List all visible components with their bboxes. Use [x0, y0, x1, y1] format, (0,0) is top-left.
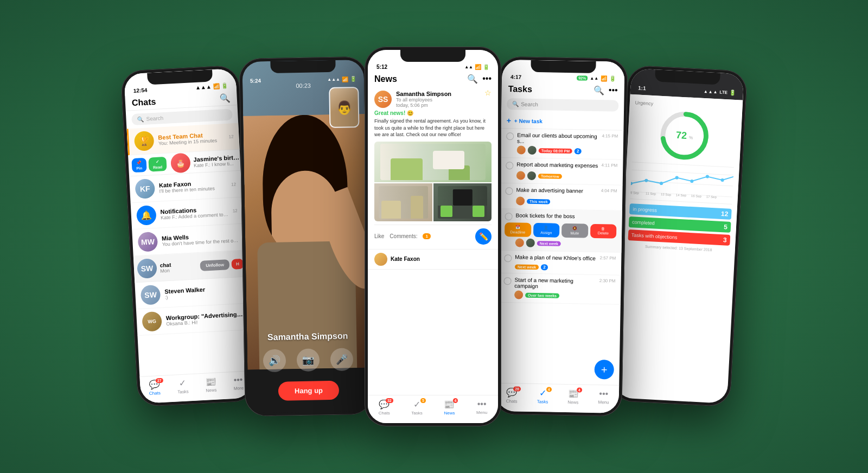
video-off-btn[interactable]: 📷 [297, 348, 320, 372]
tab-chats[interactable]: 💬 Chats 27 [149, 379, 161, 396]
chat-info-swipe: chat Mon [159, 257, 201, 277]
time: 12:54 [133, 87, 148, 93]
battery-icon-2: 🔋 [350, 76, 356, 82]
task-checkbox-6[interactable] [503, 277, 511, 285]
battery-icon-3: 🔋 [483, 64, 489, 70]
tab-more[interactable]: ••• More [233, 375, 244, 391]
office-img-3-inner [438, 186, 487, 219]
swipe-btns: Unfollow H [200, 258, 246, 271]
news-badge-4: 4 [577, 387, 582, 392]
like-btn[interactable]: Like [374, 233, 384, 239]
comments-label: Comments: [390, 233, 417, 239]
phone-2-video: 00:23 👨 Samantha Simpson 🔊 📷 🎤 Hang [239, 56, 373, 417]
task-checkbox-1[interactable] [506, 132, 514, 140]
post-container: ☆ SS Samantha Simpson To all employees t… [374, 91, 492, 138]
hangup-button[interactable]: Hang up [278, 381, 340, 401]
new-task-label: + New task [514, 118, 542, 124]
avatar-mia: MW [138, 232, 158, 252]
svg-line-2 [631, 170, 733, 175]
chats-tab-label: Chats [379, 411, 390, 416]
mute-btn[interactable]: 🎤 [330, 348, 354, 371]
pin-label: Pin [136, 166, 142, 170]
mute-btn-task[interactable]: 🔕 Mute [561, 223, 588, 238]
legend-completed-count: 5 [724, 223, 727, 231]
news-icon: 📰 [205, 376, 216, 387]
tasks-tab-icon: ✓ [413, 399, 420, 410]
task-time-1: 4:15 PM [602, 133, 618, 139]
chat-time-notifications: 12 [233, 208, 238, 213]
avatar-steven: SW [141, 285, 161, 305]
task-item-3[interactable]: Make an advertising banner 4:04 PM This … [500, 183, 623, 211]
legend-objections-count: 3 [723, 236, 727, 244]
search-icon-news[interactable]: 🔍 [467, 74, 478, 84]
add-task-fab[interactable]: + [594, 360, 614, 380]
tab-bar-4: 💬 Chats 28 ✓ Tasks 4 📰 News 4 ••• Menu [496, 383, 619, 413]
news-tab-label: News [444, 411, 455, 416]
task-checkbox-5[interactable] [504, 254, 512, 262]
task-item-1[interactable]: Email our clients about upcoming s... 4:… [501, 129, 624, 160]
task-meta-2: Tomorrow [506, 171, 617, 182]
call-controls: 🔊 📷 🎤 [247, 348, 369, 373]
post-actions: Like Comments: 1 ✏️ [374, 225, 492, 245]
donut-container: 72 % [632, 108, 736, 163]
task-name-5: Make a plan of new Khloe's office [515, 254, 596, 261]
task-item-5[interactable]: Make a plan of new Khloe's office 2:57 P… [499, 251, 622, 276]
star-icon[interactable]: ☆ [484, 88, 492, 97]
time-5: 1:1 [638, 85, 646, 92]
deadline-label: Deadline [510, 230, 525, 234]
status-icons-2: ▲▲▲ 📶 🔋 [327, 76, 356, 82]
tab-menu-3[interactable]: ••• Menu [476, 399, 487, 415]
chat-info-kate: Kate Faxon I'll be there in ten minutes [159, 178, 227, 194]
assign-btn[interactable]: 👤 Assign [533, 223, 559, 238]
wifi-icon-2: 📶 [342, 76, 348, 82]
tab-tasks-3[interactable]: ✓ Tasks 5 [411, 399, 422, 416]
more-icon: ••• [233, 375, 243, 385]
unfollow-btn[interactable]: Unfollow [200, 259, 230, 271]
search-icon[interactable]: 🔍 [219, 93, 231, 104]
search-bar[interactable]: 🔍 Search [131, 108, 233, 125]
tab-chats-4[interactable]: 💬 Chats 28 [506, 387, 518, 404]
phone-3-news: 5:12 ▲▲ 📶 🔋 News 🔍 ••• ☆ [365, 47, 501, 426]
assign-label: Assign [540, 231, 552, 234]
caller-emoji: 👨 [336, 100, 352, 116]
tab-chats-3[interactable]: 💬 Chats 32 [379, 399, 390, 416]
deadline-btn[interactable]: 📅 Deadline [505, 222, 531, 237]
post-author-name: Samantha Simpson [396, 91, 451, 97]
tab-menu-4[interactable]: ••• Menu [598, 389, 609, 405]
task-item-6[interactable]: Start of a new marketing campaign 2:30 P… [498, 273, 621, 305]
task-tag-4: Next week [537, 241, 561, 246]
task-checkbox-3[interactable] [505, 187, 513, 195]
task-item-4[interactable]: Book tickets for the boss 📅 Deadline 👤 A… [499, 209, 622, 253]
search-icon-tasks[interactable]: 🔍 [593, 85, 604, 95]
task-checkbox-2[interactable] [506, 162, 513, 169]
tab-news-4[interactable]: 📰 News 4 [567, 388, 579, 405]
video-bg: 00:23 👨 Samantha Simpson 🔊 📷 🎤 Hang [242, 60, 369, 413]
chats-badge: 27 [156, 378, 163, 383]
more-icon-news[interactable]: ••• [482, 74, 492, 84]
more-icon-tasks[interactable]: ••• [609, 85, 618, 95]
phone-1-chats: 12:54 ▲▲▲ 📶 🔋 Chats 🔍 🔍 Search 🏆 [120, 65, 256, 407]
tasks-search-placeholder: Search [521, 101, 538, 108]
read-btn[interactable]: ✓ Read [148, 157, 167, 172]
speaker-btn[interactable]: 🔊 [263, 349, 286, 373]
chat-item-workgroup[interactable]: WG Workgroup: "Advertising and PR" Oksan… [136, 303, 249, 336]
task-checkbox-4[interactable] [505, 213, 513, 220]
tab-news-3[interactable]: 📰 News 4 [444, 399, 455, 416]
new-task-row[interactable]: + + New task [501, 113, 623, 131]
line-chart-section: 9 Sep 11 Sep 13 Sep 14 Sep 16 Sep 17 Sep [630, 162, 733, 204]
status-right-4: 92% ▲▲ 📶 🔋 [577, 75, 616, 81]
menu-tab-label-4: Menu [598, 400, 609, 405]
task-item-2[interactable]: Report about marketing expenses 4:11 PM … [500, 158, 623, 186]
task-action-buttons: 📅 Deadline 👤 Assign 🔕 Mute 🗑 Delete [505, 222, 616, 239]
deadline-icon: 📅 [515, 225, 520, 229]
pin-btn[interactable]: 📌 Pin [131, 158, 146, 172]
compose-btn[interactable]: ✏️ [475, 228, 492, 245]
tab-news[interactable]: 📰 News [205, 376, 217, 393]
tab-tasks[interactable]: ✓ Tasks [177, 378, 189, 394]
delete-btn-task[interactable]: 🗑 Delete [590, 224, 616, 239]
chat-time-kate: 12 [231, 182, 236, 187]
tab-tasks-4[interactable]: ✓ Tasks 4 [537, 388, 548, 404]
tasks-search-bar[interactable]: 🔍 Search [507, 98, 618, 112]
post-headline: Great news! 😊 [374, 110, 492, 116]
legend-in-progress-count: 12 [721, 210, 729, 218]
